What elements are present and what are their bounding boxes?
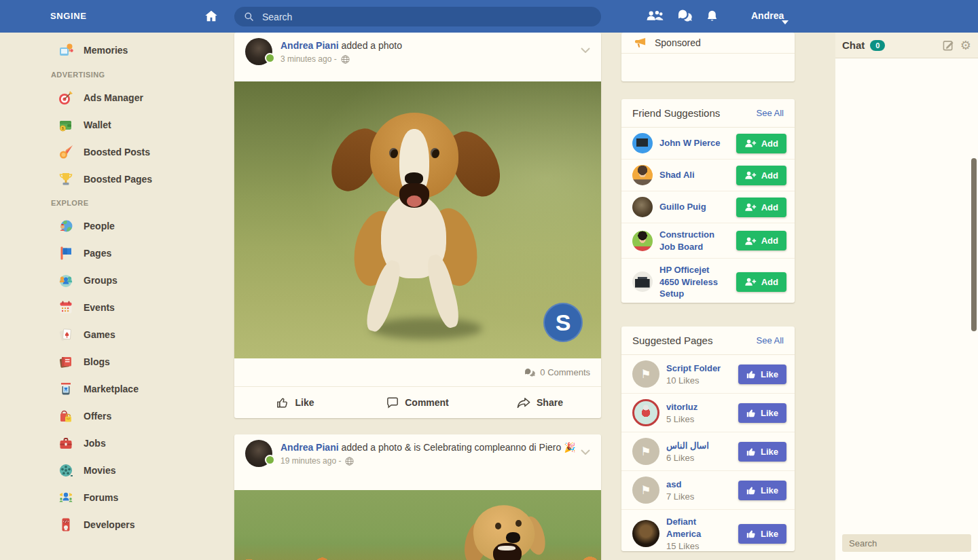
comment-button[interactable]: Comment bbox=[357, 387, 479, 418]
friend-suggestions-header: Friend Suggestions See All bbox=[621, 99, 795, 128]
thumb-up-icon bbox=[746, 369, 756, 379]
page-name[interactable]: vitorluz bbox=[666, 402, 698, 412]
comment-icon bbox=[386, 397, 399, 409]
games-icon bbox=[58, 326, 74, 343]
add-friend-button[interactable]: Add bbox=[736, 198, 786, 217]
see-all-link[interactable]: See All bbox=[757, 335, 784, 346]
privacy-globe-icon bbox=[345, 457, 354, 466]
sidebar-item-blogs[interactable]: Blogs bbox=[51, 351, 224, 373]
sidebar-item-games[interactable]: Games bbox=[51, 324, 224, 346]
card-title: Friend Suggestions bbox=[632, 107, 720, 119]
page-avatar-flag-icon[interactable]: ⚑ bbox=[632, 360, 659, 388]
page-name[interactable]: Script Folder bbox=[666, 363, 721, 373]
page-avatar-flag-icon[interactable]: ⚑ bbox=[632, 477, 659, 504]
see-all-link[interactable]: See All bbox=[757, 108, 784, 118]
add-friend-button[interactable]: Add bbox=[736, 166, 786, 185]
home-icon[interactable] bbox=[204, 9, 219, 24]
post-author-link[interactable]: Andrea Piani bbox=[280, 442, 339, 453]
people-icon bbox=[58, 218, 74, 234]
sidebar-item-developers[interactable]: Developers bbox=[51, 514, 224, 536]
chat-header: Chat 0 ⚙ bbox=[835, 33, 978, 58]
avatar[interactable] bbox=[632, 272, 653, 292]
post-photo[interactable]: S bbox=[234, 81, 601, 358]
post-menu-chevron-icon[interactable] bbox=[581, 43, 590, 56]
sidebar-item-marketplace[interactable]: Marketplace bbox=[51, 378, 224, 400]
page-avatar[interactable] bbox=[632, 520, 659, 547]
sidebar-item-ads-manager[interactable]: Ads Manager bbox=[51, 87, 224, 109]
avatar[interactable] bbox=[632, 165, 653, 185]
friend-suggestion-row: Shad Ali Add bbox=[621, 160, 795, 191]
notifications-icon[interactable] bbox=[705, 9, 719, 26]
like-page-button[interactable]: Like bbox=[738, 365, 786, 384]
suggested-page-row: ⚑ asd 7 Likes Like bbox=[621, 471, 795, 510]
sidebar-item-boosted-pages[interactable]: Boosted Pages bbox=[51, 168, 224, 190]
add-friend-button[interactable]: Add bbox=[736, 272, 786, 292]
post-author-link[interactable]: Andrea Piani bbox=[280, 40, 339, 51]
like-page-button[interactable]: Like bbox=[738, 442, 786, 462]
friend-suggestion-row: Construction Job Board Add bbox=[621, 223, 795, 259]
online-status-dot bbox=[265, 53, 275, 63]
chat-search-input[interactable] bbox=[842, 534, 971, 552]
sidebar-item-movies[interactable]: Movies bbox=[51, 460, 224, 481]
post-action-bar: Like Comment Share bbox=[234, 387, 601, 418]
avatar[interactable] bbox=[632, 197, 653, 217]
person-add-icon bbox=[744, 277, 757, 286]
post-action-text: added a photo & is Celebrating compleann… bbox=[341, 442, 575, 453]
friend-requests-icon[interactable] bbox=[646, 9, 664, 25]
sngine-watermark-badge: S bbox=[543, 303, 583, 342]
avatar[interactable] bbox=[632, 231, 653, 251]
share-button[interactable]: Share bbox=[479, 387, 601, 418]
friend-suggestion-row: HP Officejet 4650 Wireless Setup Add bbox=[621, 259, 795, 305]
sngine-app: SNGINE Andrea Memories ADVERTISING Ads M… bbox=[0, 0, 978, 560]
page-name[interactable]: Defiant America bbox=[666, 517, 701, 539]
sidebar-item-offers[interactable]: Offers bbox=[51, 405, 224, 427]
page-scrollbar-thumb[interactable] bbox=[971, 158, 977, 331]
sidebar-item-memories[interactable]: Memories bbox=[51, 39, 224, 61]
sponsored-label: Sponsored bbox=[655, 37, 701, 48]
dog-eye bbox=[389, 148, 398, 158]
page-avatar[interactable] bbox=[632, 399, 659, 426]
like-page-button[interactable]: Like bbox=[738, 481, 786, 500]
page-name[interactable]: asd bbox=[666, 479, 681, 489]
pages-icon bbox=[58, 245, 74, 261]
comments-count[interactable]: 0 Comments bbox=[234, 358, 601, 387]
app-logo[interactable]: SNGINE bbox=[50, 11, 86, 21]
avatar[interactable] bbox=[632, 133, 653, 153]
chat-settings-gear-icon[interactable]: ⚙ bbox=[960, 39, 971, 52]
page-avatar-flag-icon[interactable]: ⚑ bbox=[632, 438, 659, 465]
person-add-icon bbox=[744, 202, 757, 212]
megaphone-icon bbox=[634, 37, 647, 48]
sidebar-item-events[interactable]: Events bbox=[51, 297, 224, 318]
flower-field bbox=[234, 543, 601, 560]
post-menu-chevron-icon[interactable] bbox=[581, 445, 590, 458]
sidebar-item-boosted-posts[interactable]: Boosted Posts bbox=[51, 141, 224, 163]
new-message-icon[interactable] bbox=[943, 39, 954, 51]
like-page-button[interactable]: Like bbox=[738, 524, 786, 544]
sidebar-item-forums[interactable]: Forums bbox=[51, 487, 224, 508]
forums-icon bbox=[58, 489, 74, 506]
global-search bbox=[234, 7, 601, 26]
page-likes: 7 Likes bbox=[666, 491, 694, 502]
online-status-dot bbox=[265, 455, 275, 465]
sidebar-item-people[interactable]: People bbox=[51, 215, 224, 237]
like-button[interactable]: Like bbox=[234, 387, 357, 418]
chevron-down-icon[interactable] bbox=[782, 15, 789, 27]
post-action-text: added a photo bbox=[341, 40, 402, 51]
add-friend-button[interactable]: Add bbox=[736, 231, 786, 250]
sidebar-item-groups[interactable]: Groups bbox=[51, 269, 224, 291]
search-input[interactable] bbox=[261, 11, 592, 23]
sidebar-item-jobs[interactable]: Jobs bbox=[51, 432, 224, 454]
sidebar-item-pages[interactable]: Pages bbox=[51, 242, 224, 264]
like-page-button[interactable]: Like bbox=[738, 403, 786, 423]
friend-suggestions-card: Friend Suggestions See All John W Pierce… bbox=[621, 99, 795, 303]
post-time[interactable]: 3 minutes ago - bbox=[280, 54, 337, 64]
post-meta: 3 minutes ago - bbox=[280, 54, 350, 64]
marketplace-icon bbox=[58, 381, 74, 397]
sidebar-item-wallet[interactable]: $ Wallet bbox=[51, 114, 224, 136]
post-time[interactable]: 19 minutes ago - bbox=[280, 456, 341, 466]
page-name[interactable]: اسال الناس bbox=[666, 441, 709, 451]
user-menu[interactable]: Andrea bbox=[751, 10, 784, 21]
messages-icon[interactable] bbox=[677, 9, 693, 26]
add-friend-button[interactable]: Add bbox=[736, 134, 786, 153]
post-photo[interactable] bbox=[234, 490, 601, 560]
